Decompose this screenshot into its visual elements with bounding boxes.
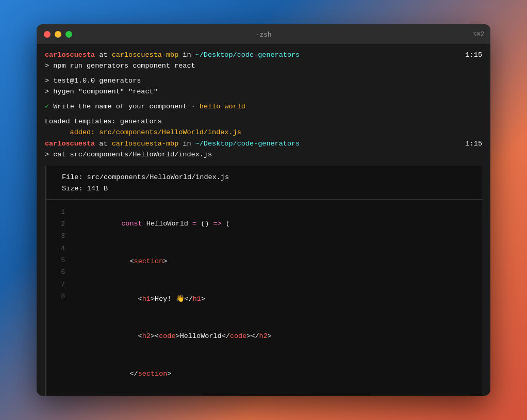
prompt-time-2: 1:15 bbox=[466, 139, 482, 150]
title-bar: -zsh ⌥⌘2 bbox=[37, 24, 490, 44]
prompt-host-1: carloscuesta-mbp bbox=[112, 50, 179, 61]
file-info-line2: Size: 141 B bbox=[62, 183, 474, 195]
cmd-line-1: > npm run generators component react bbox=[45, 61, 482, 72]
keyword-const: const bbox=[121, 220, 146, 228]
file-info-line1: File: src/components/HelloWorld/index.js bbox=[62, 172, 474, 183]
prompt-path-1: ~/Desktop/code-generators bbox=[195, 50, 300, 61]
prompt-time-1: 1:15 bbox=[466, 50, 482, 61]
output-text-2: > hygen "component" "react" bbox=[45, 87, 158, 98]
code-lines: const HelloWorld = () => ( <section> <h1… bbox=[71, 205, 482, 396]
loaded-line-1: Loaded templates: generators bbox=[45, 117, 482, 127]
cmd-text-2: > cat src/components/HelloWorld/index.js bbox=[45, 150, 212, 160]
prompt-at-1: at bbox=[95, 50, 111, 61]
loaded-text-1: Loaded templates: generators bbox=[45, 117, 162, 127]
traffic-lights bbox=[44, 31, 72, 38]
cmd-line-2: > cat src/components/HelloWorld/index.js bbox=[45, 150, 482, 160]
checkmark-icon: ✓ bbox=[45, 102, 53, 112]
hello-world-value: hello world bbox=[200, 102, 245, 112]
code-line-2: <section> bbox=[71, 243, 482, 280]
prompt-line-1: carloscuesta at carloscuesta-mbp in ~/De… bbox=[45, 50, 482, 61]
prompt-at-2: at bbox=[95, 139, 111, 150]
question-text: Write the name of your component · bbox=[53, 102, 200, 112]
terminal-window: -zsh ⌥⌘2 carloscuesta at carloscuesta-mb… bbox=[37, 24, 490, 396]
terminal-body[interactable]: carloscuesta at carloscuesta-mbp in ~/De… bbox=[37, 44, 490, 396]
close-button[interactable] bbox=[44, 31, 51, 38]
code-line-5: </section> bbox=[71, 356, 482, 393]
prompt-user-1: carloscuesta bbox=[45, 50, 95, 61]
minimize-button[interactable] bbox=[55, 31, 61, 38]
code-line-6: ) bbox=[71, 393, 482, 396]
loaded-line-2: added: src/components/HelloWorld/index.j… bbox=[45, 127, 482, 138]
line-numbers: 1 2 3 4 5 6 7 8 bbox=[51, 205, 71, 396]
output-line-1: > test@1.0.0 generators bbox=[45, 76, 482, 87]
code-content: 1 2 3 4 5 6 7 8 const HelloWorld = () =>… bbox=[46, 202, 482, 396]
code-line-1: const HelloWorld = () => ( bbox=[71, 205, 482, 243]
code-block: File: src/components/HelloWorld/index.js… bbox=[45, 166, 482, 396]
maximize-button[interactable] bbox=[65, 31, 72, 38]
window-shortcut: ⌥⌘2 bbox=[473, 30, 484, 38]
loaded-text-2: added: src/components/HelloWorld/index.j… bbox=[45, 127, 241, 138]
prompt-path-2: ~/Desktop/code-generators bbox=[195, 139, 300, 150]
prompt-question-line: ✓ Write the name of your component · hel… bbox=[45, 102, 482, 112]
code-line-4: <h2><code>HelloWorld</code></h2> bbox=[71, 318, 482, 356]
cmd-text-1: > npm run generators component react bbox=[45, 61, 195, 72]
window-title: -zsh bbox=[255, 30, 271, 38]
prompt-in-1: in bbox=[178, 50, 195, 61]
output-line-2: > hygen "component" "react" bbox=[45, 87, 482, 98]
prompt-user-2: carloscuesta bbox=[45, 139, 95, 150]
file-info: File: src/components/HelloWorld/index.js… bbox=[46, 169, 482, 197]
prompt-line-2: carloscuesta at carloscuesta-mbp in ~/De… bbox=[45, 139, 482, 150]
prompt-in-2: in bbox=[178, 139, 195, 150]
prompt-host-2: carloscuesta-mbp bbox=[112, 139, 179, 150]
code-line-3: <h1>Hey! 👋</h1> bbox=[71, 280, 482, 318]
output-text-1: > test@1.0.0 generators bbox=[45, 76, 141, 87]
